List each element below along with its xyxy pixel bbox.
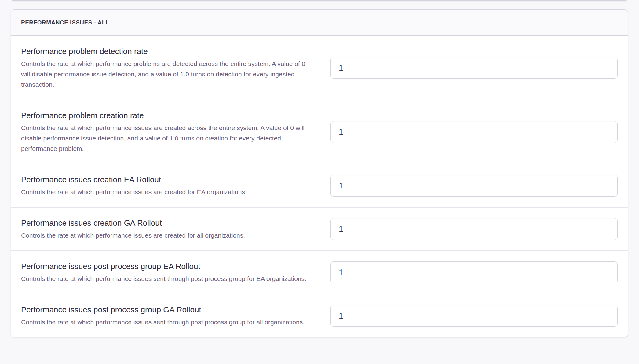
field-label: Performance issues creation GA Rollout [21,217,313,228]
field-text: Performance issues post process group EA… [21,261,313,284]
field-value-input[interactable] [330,305,618,327]
field-description: Controls the rate at which performance i… [21,317,311,327]
field-label: Performance issues creation EA Rollout [21,174,313,185]
setting-row: Performance issues creation GA Rollout C… [11,207,628,250]
field-description: Controls the rate at which performance i… [21,187,311,197]
field-text: Performance problem detection rate Contr… [21,46,313,90]
setting-row: Performance issues post process group GA… [11,294,628,337]
field-value-input[interactable] [330,218,618,240]
setting-row: Performance problem detection rate Contr… [11,36,628,100]
field-label: Performance problem creation rate [21,110,313,121]
panel-header: PERFORMANCE ISSUES - ALL [11,10,628,36]
field-description: Controls the rate at which performance i… [21,230,311,241]
setting-row: Performance issues creation EA Rollout C… [11,164,628,207]
settings-rows: Performance problem detection rate Contr… [11,36,628,337]
panel-title: PERFORMANCE ISSUES - ALL [21,19,109,26]
field-value-input[interactable] [330,121,618,143]
field-label: Performance problem detection rate [21,46,313,57]
field-description: Controls the rate at which performance i… [21,274,311,284]
setting-row: Performance problem creation rate Contro… [11,100,628,164]
field-value-input[interactable] [330,261,618,283]
field-text: Performance issues creation GA Rollout C… [21,217,313,241]
field-label: Performance issues post process group GA… [21,304,313,315]
field-label: Performance issues post process group EA… [21,261,313,272]
field-value-input[interactable] [330,57,618,79]
field-description: Controls the rate at which performance p… [21,59,311,90]
previous-card-bottom-edge [11,0,628,1]
field-text: Performance issues post process group GA… [21,304,313,327]
field-text: Performance issues creation EA Rollout C… [21,174,313,197]
field-value-input[interactable] [330,175,618,197]
performance-issues-settings-panel: PERFORMANCE ISSUES - ALL Performance pro… [11,9,628,337]
field-text: Performance problem creation rate Contro… [21,110,313,154]
setting-row: Performance issues post process group EA… [11,250,628,294]
field-description: Controls the rate at which performance i… [21,123,311,154]
